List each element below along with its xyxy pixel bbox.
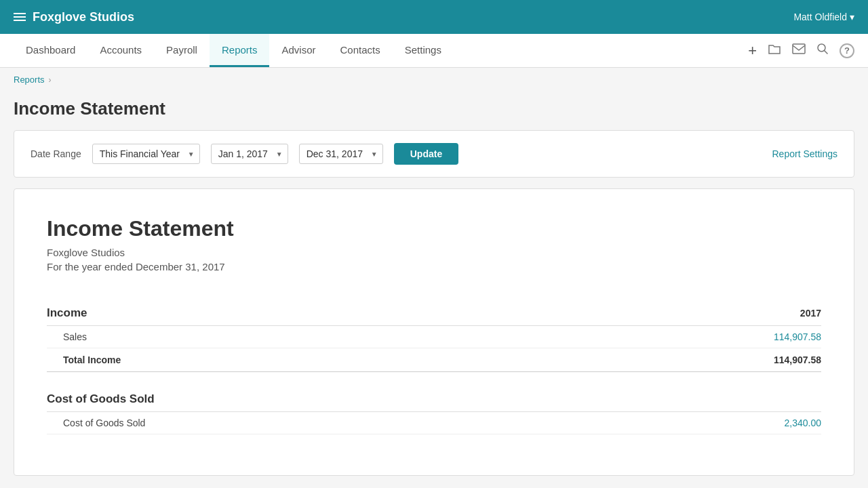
main-nav: Dashboard Accounts Payroll Reports Advis… <box>0 34 868 68</box>
menu-icon[interactable] <box>14 13 26 21</box>
date-range-select[interactable]: This Financial Year Last Financial Year … <box>92 144 200 164</box>
breadcrumb-separator: › <box>49 75 52 85</box>
nav-advisor[interactable]: Advisor <box>269 34 328 67</box>
income-section-header: Income 2017 <box>47 300 821 326</box>
user-menu[interactable]: Matt Oldfield ▾ <box>793 12 854 22</box>
start-date-select[interactable]: Jan 1, 2017 <box>211 144 288 164</box>
svg-rect-0 <box>793 44 805 54</box>
date-range-wrapper: This Financial Year Last Financial Year … <box>92 144 200 164</box>
nav-dashboard[interactable]: Dashboard <box>14 34 87 67</box>
cogs-value[interactable]: 2,340.00 <box>740 418 821 428</box>
report-settings-link[interactable]: Report Settings <box>772 148 838 159</box>
user-name-label: Matt Oldfield <box>793 12 847 22</box>
report-title: Income Statement <box>47 216 821 241</box>
main-nav-links: Dashboard Accounts Payroll Reports Advis… <box>14 34 454 67</box>
year-column-header: 2017 <box>740 308 821 319</box>
nav-reports[interactable]: Reports <box>210 34 270 67</box>
mail-icon[interactable] <box>792 43 806 58</box>
date-range-label: Date Range <box>31 148 81 159</box>
total-income-row: Total Income 114,907.58 <box>47 348 821 372</box>
top-bar: Foxglove Studios Matt Oldfield ▾ <box>0 0 868 34</box>
report-company: Foxglove Studios <box>47 247 821 258</box>
end-date-select[interactable]: Dec 31, 2017 <box>299 144 383 164</box>
update-button[interactable]: Update <box>394 143 458 165</box>
total-income-value: 114,907.58 <box>740 354 821 365</box>
user-chevron-icon: ▾ <box>850 12 854 22</box>
start-date-wrapper: Jan 1, 2017 <box>211 144 288 164</box>
main-nav-icons: + ? <box>748 42 854 60</box>
page-title: Income Statement <box>0 92 868 130</box>
cogs-section-header: Cost of Goods Sold <box>47 386 821 412</box>
svg-point-1 <box>818 44 825 52</box>
income-section-title: Income <box>47 306 87 320</box>
sales-value[interactable]: 114,907.58 <box>740 331 821 342</box>
help-icon[interactable]: ? <box>840 43 854 58</box>
total-income-label: Total Income <box>63 354 121 365</box>
cogs-row: Cost of Goods Sold 2,340.00 <box>47 412 821 434</box>
sales-row: Sales 114,907.58 <box>47 326 821 348</box>
sales-label: Sales <box>63 331 87 342</box>
plus-icon[interactable]: + <box>748 42 757 60</box>
top-bar-right: Matt Oldfield ▾ <box>793 12 854 22</box>
cogs-section-title: Cost of Goods Sold <box>47 392 155 406</box>
top-bar-left: Foxglove Studios <box>14 10 134 24</box>
income-section: Income 2017 Sales 114,907.58 Total Incom… <box>47 300 821 372</box>
nav-contacts[interactable]: Contacts <box>328 34 393 67</box>
svg-line-2 <box>825 51 828 54</box>
report-period: For the year ended December 31, 2017 <box>47 261 821 272</box>
search-icon[interactable] <box>816 43 829 58</box>
breadcrumb: Reports › <box>0 68 868 92</box>
cogs-section: Cost of Goods Sold Cost of Goods Sold 2,… <box>47 386 821 434</box>
folder-icon[interactable] <box>768 43 781 58</box>
cogs-label: Cost of Goods Sold <box>63 418 145 428</box>
end-date-wrapper: Dec 31, 2017 <box>299 144 383 164</box>
nav-settings[interactable]: Settings <box>393 34 454 67</box>
breadcrumb-reports[interactable]: Reports <box>14 75 45 85</box>
filter-bar: Date Range This Financial Year Last Fina… <box>14 130 854 178</box>
nav-payroll[interactable]: Payroll <box>154 34 210 67</box>
report-content: Income Statement Foxglove Studios For th… <box>14 188 854 476</box>
app-logo: Foxglove Studios <box>33 10 134 24</box>
nav-accounts[interactable]: Accounts <box>87 34 154 67</box>
